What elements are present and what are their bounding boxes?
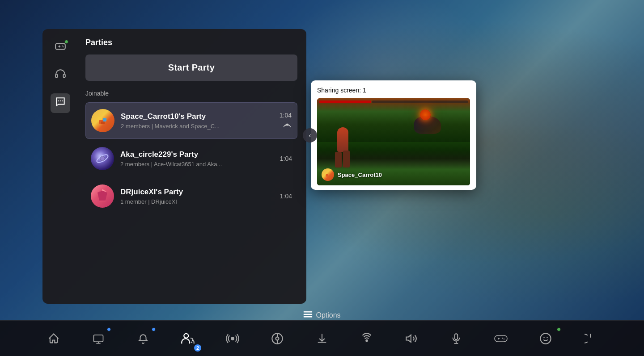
svg-point-33 xyxy=(366,339,368,341)
taskbar-broadcast[interactable] xyxy=(210,323,255,354)
taskbar-sound[interactable] xyxy=(389,323,434,354)
party-item-drjuice[interactable]: DRjuiceXI's Party 1 member | DRjuiceXI 1… xyxy=(85,178,297,214)
taskbar-recent-game[interactable] xyxy=(76,323,121,354)
svg-point-30 xyxy=(276,337,279,340)
svg-point-42 xyxy=(504,338,504,339)
party-name-aka: Aka_circle229's Party xyxy=(120,150,280,159)
svg-rect-24 xyxy=(303,314,312,315)
svg-point-4 xyxy=(63,46,64,47)
headset-icon xyxy=(55,68,66,83)
taskbar-accessibility[interactable] xyxy=(523,323,568,354)
taskbar-controller[interactable] xyxy=(479,323,523,354)
screen-share-popup: ‹ Sharing screen: 1 xyxy=(311,80,476,190)
options-bar[interactable]: Options xyxy=(303,310,340,320)
party-name-drjuice: DRjuiceXI's Party xyxy=(120,188,280,197)
taskbar-download[interactable] xyxy=(300,323,344,354)
screen-share-username: Space_Carrot10 xyxy=(338,172,382,178)
panel-sidebar xyxy=(42,29,78,304)
taskbar: 2 xyxy=(0,320,644,356)
svg-rect-23 xyxy=(303,311,312,313)
svg-point-45 xyxy=(547,337,547,338)
options-label: Options xyxy=(316,311,340,319)
svg-marker-34 xyxy=(406,335,411,342)
game-notification-dot xyxy=(107,327,111,331)
party-avatar-aka xyxy=(91,147,114,170)
panel-content: Parties Start Party Joinable Space_Carro… xyxy=(78,29,306,304)
svg-rect-26 xyxy=(94,335,103,341)
taskbar-remote[interactable] xyxy=(344,323,389,354)
notifications-dot xyxy=(152,327,156,331)
party-members-drjuice: 1 member | DRjuiceXI xyxy=(120,198,280,205)
party-time-aka: 1:04 xyxy=(280,155,292,162)
svg-rect-12 xyxy=(103,118,106,121)
svg-rect-6 xyxy=(64,74,65,78)
svg-rect-22 xyxy=(326,174,329,177)
screen-share-user: Space_Carrot10 xyxy=(322,168,382,181)
start-party-button[interactable]: Start Party xyxy=(85,54,297,81)
friends-badge: 2 xyxy=(194,344,201,352)
chevron-left-icon[interactable]: ‹ xyxy=(303,128,317,142)
party-members-carrot: 2 members | Maverick and Space_C... xyxy=(121,123,280,130)
options-icon xyxy=(303,310,312,320)
taskbar-notifications[interactable] xyxy=(121,323,165,354)
screen-share-avatar xyxy=(322,168,334,181)
party-item-aka[interactable]: Aka_circle229's Party 2 members | Ace-Wi… xyxy=(85,141,297,176)
svg-point-17 xyxy=(100,156,105,161)
party-info-carrot: Space_Carrot10's Party 2 members | Maver… xyxy=(121,112,280,130)
screen-share-title: Sharing screen: 1 xyxy=(317,87,470,94)
game-icon-dot xyxy=(64,40,68,44)
party-info-aka: Aka_circle229's Party 2 members | Ace-Wi… xyxy=(120,150,280,168)
party-avatar-carrot xyxy=(91,109,114,132)
party-item-carrot[interactable]: Space_Carrot10's Party 2 members | Maver… xyxy=(85,102,297,139)
svg-point-8 xyxy=(60,101,61,101)
svg-point-3 xyxy=(62,46,63,46)
sidebar-icon-chat[interactable] xyxy=(51,93,70,113)
party-meta-aka: 1:04 xyxy=(280,155,292,162)
chat-icon xyxy=(55,96,66,110)
accessibility-dot xyxy=(557,327,561,331)
svg-rect-25 xyxy=(303,316,312,318)
svg-marker-20 xyxy=(97,191,107,201)
panel-title: Parties xyxy=(85,38,297,47)
party-avatar-drjuice xyxy=(91,184,114,208)
sidebar-icon-headset[interactable] xyxy=(51,66,70,85)
party-info-drjuice: DRjuiceXI's Party 1 member | DRjuiceXI xyxy=(120,188,280,205)
party-meta-drjuice: 1:04 xyxy=(280,193,292,200)
party-name-carrot: Space_Carrot10's Party xyxy=(121,112,280,121)
svg-point-9 xyxy=(62,101,63,101)
party-members-aka: 2 members | Ace-Wilcat3651 and Aka... xyxy=(120,161,280,168)
svg-point-27 xyxy=(184,333,188,338)
sidebar-icon-game[interactable] xyxy=(51,38,70,58)
svg-point-41 xyxy=(502,337,503,338)
svg-rect-5 xyxy=(55,74,57,78)
party-meta-carrot: 1:04 xyxy=(280,112,292,130)
parties-panel: Parties Start Party Joinable Space_Carro… xyxy=(42,29,306,304)
svg-point-44 xyxy=(543,337,544,338)
taskbar-friends[interactable]: 2 xyxy=(165,323,210,354)
party-time-drjuice: 1:04 xyxy=(280,193,292,200)
taskbar-mic[interactable] xyxy=(434,323,479,354)
svg-rect-13 xyxy=(101,121,105,124)
taskbar-home[interactable] xyxy=(31,323,76,354)
taskbar-power[interactable] xyxy=(568,323,613,354)
svg-rect-35 xyxy=(455,334,458,339)
svg-rect-38 xyxy=(495,335,507,342)
broadcast-active-icon xyxy=(283,121,292,130)
joinable-label: Joinable xyxy=(85,90,297,97)
svg-point-28 xyxy=(231,337,234,340)
screen-share-image: Space_Carrot10 xyxy=(317,98,470,185)
party-time-carrot: 1:04 xyxy=(280,112,292,119)
svg-point-43 xyxy=(540,333,551,343)
svg-point-7 xyxy=(58,101,59,101)
taskbar-control[interactable] xyxy=(255,323,300,354)
